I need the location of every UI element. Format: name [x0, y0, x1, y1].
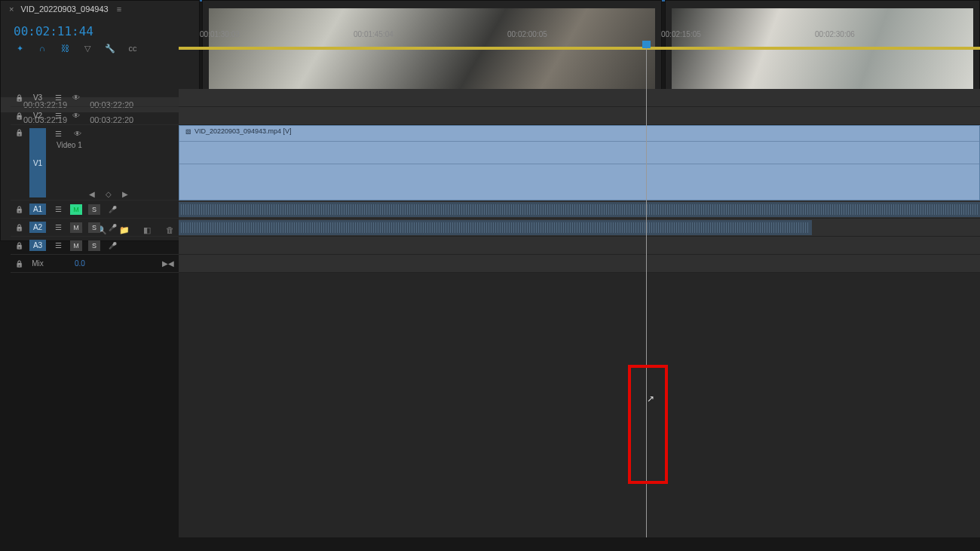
linked-selection-icon[interactable]: ⛓	[59, 42, 71, 54]
track-v1-lane[interactable]: VID_20220903_094943.mp4 [V]	[179, 125, 980, 201]
snap-icon[interactable]: ✦	[14, 42, 26, 54]
sequence-name: VID_20220903_094943	[21, 5, 109, 14]
mute-button[interactable]: M	[70, 204, 82, 215]
add-keyframe-icon[interactable]: ◇	[106, 190, 112, 198]
video-clip[interactable]: VID_20220903_094943.mp4 [V]	[179, 125, 980, 201]
ruler-tick: 00:01:45:04	[354, 30, 394, 38]
toggle-track-output-icon[interactable]	[72, 130, 84, 138]
keyframe-controls: ◀ ◇ ▶	[89, 190, 128, 198]
voiceover-icon[interactable]	[106, 205, 118, 213]
close-tab-icon[interactable]: ×	[9, 5, 14, 14]
mouse-cursor-icon: ↗	[647, 393, 654, 404]
track-header-a3[interactable]: A3☰MS	[11, 237, 179, 255]
lock-icon[interactable]	[15, 259, 23, 268]
track-target-a2[interactable]: A2	[29, 222, 46, 233]
tab-menu-icon[interactable]: ≡	[117, 5, 121, 14]
sequence-tab[interactable]: × VID_20220903_094943 ≡	[9, 5, 121, 14]
audio-clip[interactable]	[179, 202, 980, 217]
ruler-tick: 00:02:00:05	[507, 30, 547, 38]
track-a2-lane[interactable]	[179, 219, 980, 237]
lock-icon[interactable]	[15, 128, 23, 136]
clip-label: VID_20220903_094943.mp4 [V]	[185, 127, 292, 135]
audio-clip[interactable]	[179, 220, 812, 235]
track-a3-lane[interactable]	[179, 237, 980, 255]
ruler-tick: 00:01:30:03	[200, 30, 240, 38]
track-header-a1[interactable]: A1☰MS	[11, 201, 179, 219]
mute-button[interactable]: M	[70, 222, 82, 233]
playhead[interactable]	[646, 42, 647, 537]
track-v3-lane[interactable]	[179, 89, 980, 107]
track-header-v1[interactable]: V1 ☰ Video 1 ◀ ◇ ▶	[11, 125, 179, 201]
track-label: V2	[29, 112, 46, 120]
sync-lock-icon[interactable]: ☰	[52, 93, 64, 102]
track-v2-lane[interactable]	[179, 107, 980, 125]
lock-icon[interactable]	[15, 241, 23, 249]
lock-icon[interactable]	[15, 223, 23, 231]
mute-button[interactable]: M	[70, 240, 82, 251]
track-mix-lane[interactable]	[179, 255, 980, 273]
lock-icon[interactable]	[15, 205, 23, 213]
work-area-bar[interactable]	[179, 47, 980, 50]
collapse-icon[interactable]: ▶◀	[162, 259, 174, 268]
voiceover-icon[interactable]	[106, 223, 118, 231]
timeline-playhead-timecode[interactable]: 00:02:11:44	[14, 24, 93, 38]
sync-lock-icon[interactable]: ☰	[52, 112, 64, 120]
track-header-mix[interactable]: Mix0.0▶◀	[11, 255, 179, 273]
track-header-a2[interactable]: A2☰MS	[11, 219, 179, 237]
prev-keyframe-icon[interactable]: ◀	[89, 190, 95, 198]
solo-button[interactable]: S	[88, 204, 100, 215]
next-keyframe-icon[interactable]: ▶	[122, 190, 128, 198]
track-name: Video 1	[57, 141, 84, 149]
track-target-a1[interactable]: A1	[29, 204, 46, 215]
settings-icon[interactable]: 🔧	[104, 42, 116, 54]
sync-lock-icon[interactable]: ☰	[52, 223, 64, 231]
timeline-track-area[interactable]: VID_20220903_094943.mp4 [V]	[179, 89, 980, 537]
sync-lock-icon[interactable]: ☰	[52, 241, 64, 249]
track-target-v1[interactable]: V1	[29, 128, 46, 197]
sync-lock-icon[interactable]: ☰	[52, 130, 64, 138]
voiceover-icon[interactable]	[106, 241, 118, 249]
sync-lock-icon[interactable]: ☰	[52, 205, 64, 213]
track-a1-lane[interactable]	[179, 201, 980, 219]
ruler-tick: 00:02:30:06	[815, 30, 855, 38]
marker-icon[interactable]: ▽	[81, 42, 93, 54]
toggle-track-output-icon[interactable]	[70, 93, 82, 102]
track-target-a3[interactable]: A3	[29, 240, 46, 251]
track-label: Mix	[29, 259, 46, 268]
ruler-tick: 00:02:15:05	[661, 30, 701, 38]
track-headers: V3☰ V2☰ V1 ☰ Video 1 ◀ ◇ ▶ A1☰MS A2☰MS A…	[11, 89, 179, 273]
timeline-tools: ✦ ∩ ⛓ ▽ 🔧 cc	[14, 42, 139, 54]
track-header-v3[interactable]: V3☰	[11, 89, 179, 107]
mix-value[interactable]: 0.0	[75, 259, 85, 268]
solo-button[interactable]: S	[88, 222, 100, 233]
track-label: V3	[29, 93, 46, 102]
track-header-v2[interactable]: V2☰	[11, 107, 179, 125]
solo-button[interactable]: S	[88, 240, 100, 251]
toggle-track-output-icon[interactable]	[70, 112, 82, 120]
lock-icon[interactable]	[15, 112, 23, 120]
magnet-icon[interactable]: ∩	[36, 42, 48, 54]
lock-icon[interactable]	[15, 93, 23, 102]
captions-icon[interactable]: cc	[127, 42, 139, 54]
